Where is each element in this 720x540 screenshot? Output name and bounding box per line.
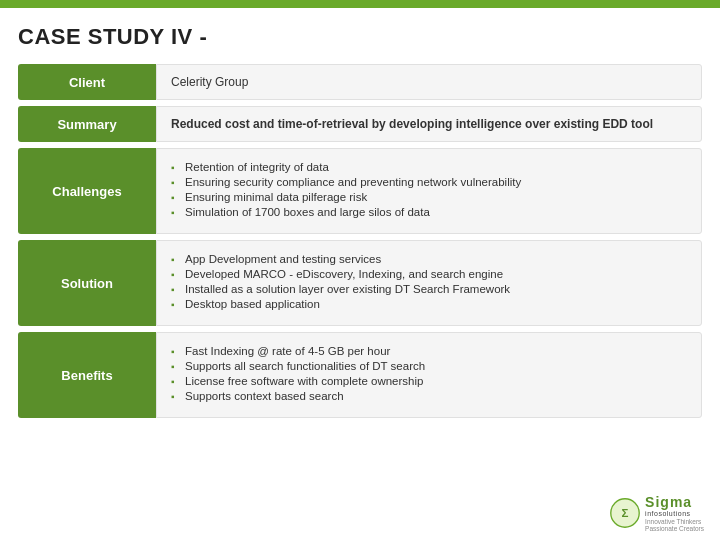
logo-tagline3: Passionate Creators [645, 525, 704, 532]
logo-tagline2: Innovative Thinkers [645, 518, 704, 525]
row-content-summary: Reduced cost and time-of-retrieval by de… [156, 106, 702, 142]
table-row: ChallengesRetention of integrity of data… [18, 148, 702, 234]
list-item: Retention of integrity of data [171, 161, 521, 173]
page: CASE STUDY IV - ClientCelerity GroupSumm… [0, 8, 720, 540]
row-label-challenges: Challenges [18, 148, 156, 234]
bullet-list: Fast Indexing @ rate of 4-5 GB per hourS… [171, 345, 425, 405]
logo-text: Sigma infosolutions Innovative Thinkers … [645, 495, 704, 532]
table-row: SolutionApp Development and testing serv… [18, 240, 702, 326]
row-content-client: Celerity Group [156, 64, 702, 100]
sigma-logo-icon: Σ [609, 497, 641, 529]
list-item: Desktop based application [171, 298, 510, 310]
bullet-list: App Development and testing servicesDeve… [171, 253, 510, 313]
logo-tagline1: infosolutions [645, 510, 704, 518]
row-label-summary: Summary [18, 106, 156, 142]
row-label-benefits: Benefits [18, 332, 156, 418]
page-title: CASE STUDY IV - [18, 24, 702, 50]
list-item: Fast Indexing @ rate of 4-5 GB per hour [171, 345, 425, 357]
list-item: License free software with complete owne… [171, 375, 425, 387]
top-bar [0, 0, 720, 8]
table-row: ClientCelerity Group [18, 64, 702, 100]
list-item: Supports all search functionalities of D… [171, 360, 425, 372]
list-item: Developed MARCO - eDiscovery, Indexing, … [171, 268, 510, 280]
row-content-benefits: Fast Indexing @ rate of 4-5 GB per hourS… [156, 332, 702, 418]
list-item: App Development and testing services [171, 253, 510, 265]
row-label-client: Client [18, 64, 156, 100]
list-item: Simulation of 1700 boxes and large silos… [171, 206, 521, 218]
list-item: Ensuring minimal data pilferage risk [171, 191, 521, 203]
list-item: Installed as a solution layer over exist… [171, 283, 510, 295]
row-content-solution: App Development and testing servicesDeve… [156, 240, 702, 326]
table-row: SummaryReduced cost and time-of-retrieva… [18, 106, 702, 142]
svg-text:Σ: Σ [622, 508, 629, 520]
bullet-list: Retention of integrity of dataEnsuring s… [171, 161, 521, 221]
row-label-solution: Solution [18, 240, 156, 326]
row-content-challenges: Retention of integrity of dataEnsuring s… [156, 148, 702, 234]
table-row: BenefitsFast Indexing @ rate of 4-5 GB p… [18, 332, 702, 418]
rows-container: ClientCelerity GroupSummaryReduced cost … [18, 64, 702, 418]
logo-brand: Sigma [645, 495, 704, 510]
list-item: Ensuring security compliance and prevent… [171, 176, 521, 188]
logo-area: Σ Sigma infosolutions Innovative Thinker… [609, 495, 704, 532]
list-item: Supports context based search [171, 390, 425, 402]
